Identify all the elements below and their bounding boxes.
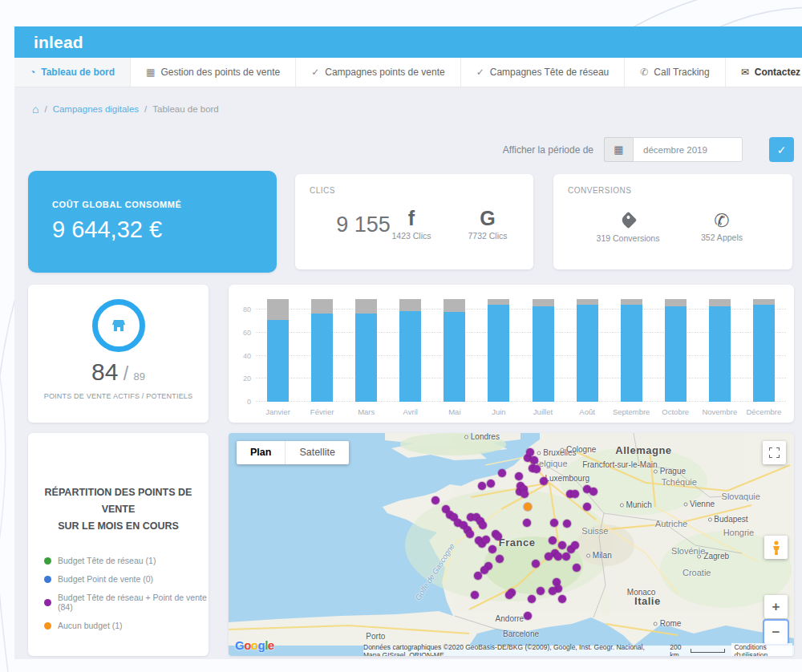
bar-juillet[interactable]: Juillet bbox=[533, 296, 554, 402]
pos-marker-both-budgets[interactable] bbox=[532, 560, 540, 568]
map-label-croatie: Croatie bbox=[683, 568, 711, 577]
pos-marker-both-budgets[interactable] bbox=[537, 587, 545, 595]
tab-gestion-des-points-de-vente[interactable]: ▦Gestion des points de vente bbox=[131, 58, 296, 87]
calendar-icon[interactable]: ▦ bbox=[604, 137, 633, 162]
pos-marker-both-budgets[interactable] bbox=[520, 490, 529, 498]
bar-juin[interactable]: Juin bbox=[488, 296, 509, 402]
tab-campagnes-t-te-de-r-seau[interactable]: ✓Campagnes Tête de réseau bbox=[461, 58, 626, 87]
period-input[interactable] bbox=[633, 137, 743, 162]
google-logo[interactable]: Google bbox=[235, 638, 274, 652]
pos-marker-both-budgets[interactable] bbox=[494, 532, 502, 540]
bar-février[interactable]: Février bbox=[311, 296, 333, 402]
google-icon: G bbox=[452, 208, 524, 229]
pos-marker-both-budgets[interactable] bbox=[505, 591, 513, 599]
conversions-card: CONVERSIONS 319 Conversions ✆ 352 Appels bbox=[553, 174, 792, 269]
bar-novembre[interactable]: Novembre bbox=[709, 296, 731, 402]
map-zoom-in-button[interactable]: + bbox=[764, 595, 788, 618]
google-map[interactable]: LondresBruxellesBelgiqueCologneAllemagne… bbox=[229, 433, 794, 656]
pos-marker-both-budgets[interactable] bbox=[488, 545, 496, 553]
pos-marker-both-budgets[interactable] bbox=[471, 591, 479, 599]
pos-marker-no-budget[interactable] bbox=[524, 503, 532, 511]
pos-marker-both-budgets[interactable] bbox=[487, 480, 495, 488]
bar-mai[interactable]: Mai bbox=[444, 296, 465, 402]
bar-octobre[interactable]: Octobre bbox=[665, 296, 687, 402]
map-label-prague: Prague bbox=[654, 467, 686, 476]
breadcrumb: ⌂ / Campagnes digitales / Tableau de bor… bbox=[32, 103, 219, 115]
tab-call-tracking[interactable]: ✆Call Tracking bbox=[625, 58, 725, 87]
pos-marker-both-budgets[interactable] bbox=[558, 595, 566, 603]
map-label-cologne: Cologne bbox=[560, 445, 596, 454]
map-pegman-button[interactable] bbox=[764, 536, 788, 559]
pos-marker-both-budgets[interactable] bbox=[533, 465, 541, 473]
bar-segment-active bbox=[709, 306, 731, 402]
legend-label: Budget Point de vente (0) bbox=[58, 574, 153, 584]
bar-août[interactable]: Août bbox=[577, 296, 598, 402]
map-satellite-button[interactable]: Satellite bbox=[286, 441, 348, 464]
pos-card-label: POINTS DE VENTE ACTIFS / POTENTIELS bbox=[28, 392, 209, 400]
city-marker-icon bbox=[586, 553, 590, 557]
bar-janvier[interactable]: Janvier bbox=[267, 296, 289, 402]
breadcrumb-separator: / bbox=[144, 104, 147, 114]
breadcrumb-link-campagnes-digitales[interactable]: Campagnes digitales bbox=[53, 104, 139, 114]
pos-marker-both-budgets[interactable] bbox=[523, 519, 531, 527]
pos-marker-both-budgets[interactable] bbox=[524, 612, 532, 620]
pos-marker-both-budgets[interactable] bbox=[482, 536, 490, 544]
map-zoom-out-button[interactable]: − bbox=[764, 621, 788, 644]
pos-marker-both-budgets[interactable] bbox=[431, 496, 439, 504]
period-confirm-button[interactable]: ✓ bbox=[769, 137, 794, 162]
bar-avril[interactable]: Avril bbox=[399, 296, 421, 402]
pos-marker-both-budgets[interactable] bbox=[478, 482, 486, 490]
pos-marker-both-budgets[interactable] bbox=[550, 519, 558, 527]
pos-marker-both-budgets[interactable] bbox=[480, 566, 488, 574]
pos-marker-both-budgets[interactable] bbox=[545, 553, 553, 561]
pos-marker-both-budgets[interactable] bbox=[562, 553, 570, 561]
city-marker-icon bbox=[619, 503, 623, 507]
pos-marker-both-budgets[interactable] bbox=[549, 587, 557, 595]
city-marker-icon bbox=[707, 517, 711, 521]
pos-marker-both-budgets[interactable] bbox=[554, 553, 562, 561]
map-fullscreen-button[interactable] bbox=[763, 441, 786, 464]
bar-segment-potential bbox=[444, 299, 465, 312]
bar-septembre[interactable]: Septembre bbox=[621, 296, 642, 402]
pos-marker-both-budgets[interactable] bbox=[498, 469, 506, 477]
x-axis-label: Juin bbox=[492, 407, 505, 416]
home-icon[interactable]: ⌂ bbox=[32, 103, 38, 115]
bar-décembre[interactable]: Décembre bbox=[753, 296, 775, 402]
pos-marker-both-budgets[interactable] bbox=[571, 541, 579, 549]
map-plan-button[interactable]: Plan bbox=[237, 441, 285, 464]
map-legend-card: RÉPARTITION DES POINTS DE VENTE SUR LE M… bbox=[28, 433, 209, 656]
city-marker-icon bbox=[560, 447, 564, 451]
pos-marker-both-budgets[interactable] bbox=[589, 488, 597, 496]
pos-marker-both-budgets[interactable] bbox=[573, 564, 581, 572]
tag-icon bbox=[619, 212, 636, 229]
pos-marker-both-budgets[interactable] bbox=[583, 503, 591, 511]
pos-marker-both-budgets[interactable] bbox=[540, 477, 548, 485]
bar-mars[interactable]: Mars bbox=[355, 296, 377, 402]
pos-marker-both-budgets[interactable] bbox=[528, 595, 536, 603]
inlead-logo[interactable]: inlead bbox=[34, 33, 83, 52]
bar-segment-active bbox=[267, 320, 289, 402]
tab-campagnes-points-de-vente[interactable]: ✓Campagnes points de vente bbox=[296, 58, 461, 87]
city-marker-icon bbox=[654, 621, 658, 625]
legend-item: Aucun budget (1) bbox=[44, 621, 209, 630]
x-axis-label: Février bbox=[310, 407, 334, 416]
map-terms-link[interactable]: Conditions d'utilisation bbox=[731, 643, 792, 657]
fullscreen-icon bbox=[769, 447, 780, 458]
pos-marker-both-budgets[interactable] bbox=[474, 572, 482, 580]
pos-marker-both-budgets[interactable] bbox=[479, 521, 487, 529]
pos-marker-both-budgets[interactable] bbox=[558, 541, 566, 549]
pos-marker-both-budgets[interactable] bbox=[549, 536, 557, 544]
tab-tableau-de-bord[interactable]: ◔Tableau de bord bbox=[14, 58, 131, 87]
pos-marker-both-budgets[interactable] bbox=[466, 530, 474, 538]
x-axis-label: Mars bbox=[358, 407, 375, 416]
tab-contactez-nous[interactable]: ✉Contactez nous ! bbox=[726, 58, 802, 87]
google-clics-stat: G 7732 Clics bbox=[452, 208, 524, 241]
bar-chart: 020406080 JanvierFévrierMarsAvrilMaiJuin… bbox=[256, 296, 786, 402]
bar-segment-potential bbox=[355, 299, 377, 313]
pos-marker-both-budgets[interactable] bbox=[563, 520, 571, 528]
pos-marker-both-budgets[interactable] bbox=[530, 456, 538, 464]
pos-marker-both-budgets[interactable] bbox=[496, 555, 504, 563]
period-filter-label: Afficher la période de bbox=[503, 144, 593, 156]
pos-marker-both-budgets[interactable] bbox=[515, 472, 523, 480]
pos-marker-both-budgets[interactable] bbox=[571, 490, 579, 498]
